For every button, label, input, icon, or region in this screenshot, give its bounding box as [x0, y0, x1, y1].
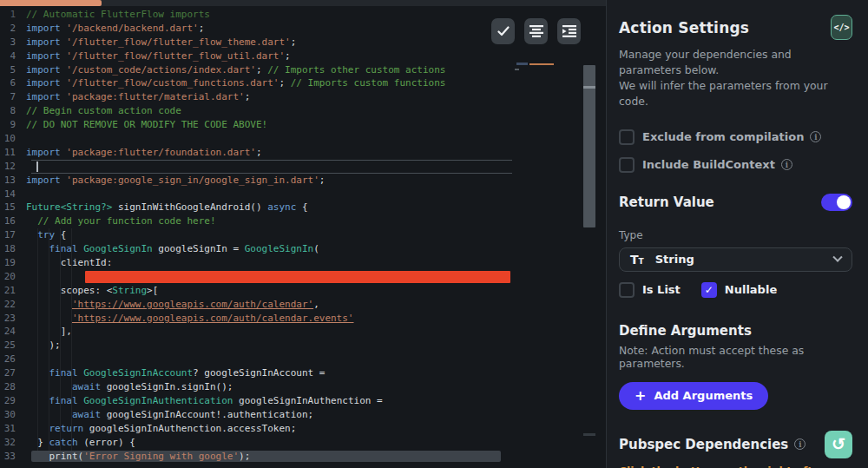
define-arguments-note: Note: Action must accept these as parame… — [619, 344, 852, 370]
add-arguments-button[interactable]: + Add Arguments — [619, 382, 768, 410]
line-number: 20 — [0, 270, 26, 284]
exclude-from-compilation-row: Exclude from compilation i — [619, 129, 852, 145]
info-icon[interactable]: i — [794, 438, 806, 450]
code-line[interactable]: 1// Automatic FlutterFlow imports — [0, 8, 512, 22]
line-number: 17 — [0, 228, 26, 242]
align-center-icon — [529, 25, 543, 37]
line-number: 19 — [0, 256, 26, 270]
editor-scrollbar-thumb[interactable] — [583, 65, 595, 227]
return-value-toggle[interactable] — [821, 194, 852, 211]
return-value-heading: Return Value — [619, 194, 714, 210]
code-line[interactable]: 10 — [0, 132, 512, 146]
code-line[interactable]: 13import 'package:google_sign_in/google_… — [0, 174, 512, 188]
info-icon[interactable]: i — [781, 159, 792, 170]
scrollbar-marker — [583, 86, 595, 89]
format-code-button[interactable] — [524, 18, 548, 44]
code-line[interactable]: 15Future<String?> signInWithGoogleAndroi… — [0, 201, 512, 214]
minimap-line — [516, 63, 528, 65]
code-line[interactable]: 26 — [0, 353, 512, 366]
line-number: 8 — [0, 104, 26, 118]
line-number: 33 — [0, 450, 26, 464]
code-line[interactable]: 25 ); — [0, 339, 512, 353]
line-number: 21 — [0, 284, 26, 298]
refresh-dependencies-button[interactable]: ↺ — [825, 431, 852, 458]
pubspec-dependencies-heading: Pubspec Dependencies — [619, 437, 788, 452]
code-editor: 1// Automatic FlutterFlow imports2import… — [0, 0, 606, 468]
line-number: 32 — [0, 436, 26, 450]
line-number: 22 — [0, 298, 26, 312]
action-settings-panel: Action Settings </> Manage your dependen… — [606, 0, 868, 468]
include-buildcontext-checkbox[interactable] — [619, 157, 635, 173]
line-number: 18 — [0, 242, 26, 256]
code-line[interactable]: 19 clientId: — [0, 256, 512, 270]
editor-toolbar — [491, 18, 581, 44]
editor-top-strip — [0, 0, 606, 6]
format-indent-icon — [562, 25, 576, 37]
code-line[interactable]: 5import '/custom_code/actions/index.dart… — [0, 63, 512, 77]
code-line[interactable]: 8// Begin custom action code — [0, 104, 512, 118]
line-number: 5 — [0, 63, 26, 77]
info-icon[interactable]: i — [810, 131, 821, 142]
exclude-from-compilation-checkbox[interactable] — [619, 129, 635, 145]
code-line[interactable]: 3import '/flutter_flow/flutter_flow_them… — [0, 36, 512, 49]
is-list-label: Is List — [642, 283, 681, 296]
code-line[interactable]: 18 final GoogleSignIn googleSignIn = Goo… — [0, 242, 512, 256]
code-line[interactable]: 11import 'package:flutter/foundation.dar… — [0, 146, 512, 160]
code-line[interactable]: 33 print('Error Signing with google'); — [0, 450, 512, 464]
code-line[interactable]: 23 'https://www.googleapis.com/auth/cale… — [0, 312, 512, 326]
line-number: 14 — [0, 188, 26, 201]
code-line[interactable]: 2import '/backend/backend.dart'; — [0, 22, 512, 36]
line-number: 15 — [0, 201, 26, 214]
code-line[interactable]: 9// DO NOT REMOVE OR MODIFY THE CODE ABO… — [0, 118, 512, 132]
code-line[interactable]: 6import '/flutter_flow/custom_functions.… — [0, 76, 512, 90]
line-number: 3 — [0, 36, 26, 49]
code-view-toggle-button[interactable]: </> — [831, 15, 852, 40]
code-line[interactable]: 16 // Add your function code here! — [0, 214, 512, 228]
line-number: 9 — [0, 118, 26, 132]
minimap[interactable] — [515, 62, 558, 72]
minimap-line — [515, 69, 519, 70]
code-line[interactable]: 14 — [0, 188, 512, 201]
code-line[interactable]: 22 'https://www.googleapis.com/auth/cale… — [0, 298, 512, 312]
code-line[interactable]: 30 await googleSignInAccount!.authentica… — [0, 408, 512, 422]
code-line[interactable]: 29 final GoogleSignInAuthentication goog… — [0, 394, 512, 408]
line-number: 2 — [0, 22, 26, 36]
line-number: 12 — [0, 160, 26, 174]
line-number: 11 — [0, 146, 26, 160]
code-line[interactable]: 17 try { — [0, 228, 512, 242]
code-line[interactable]: 12 — [0, 160, 512, 174]
compile-progress-bar — [0, 0, 102, 6]
code-line[interactable]: 27 final GoogleSignInAccount? googleSign… — [0, 366, 512, 380]
nullable-checkbox[interactable]: ✓ — [701, 282, 717, 298]
code-line[interactable]: 31 return googleSignInAuthenction.access… — [0, 422, 512, 436]
return-type-value: String — [655, 253, 694, 266]
line-number: 23 — [0, 312, 26, 326]
panel-description: We will infer the parameters from your c… — [619, 78, 852, 109]
indent-code-button[interactable] — [557, 18, 581, 44]
is-list-checkbox[interactable] — [619, 282, 635, 298]
line-number: 4 — [0, 49, 26, 63]
line-number: 7 — [0, 90, 26, 104]
line-number: 13 — [0, 174, 26, 188]
checkbox-label: Exclude from compilation — [642, 130, 804, 143]
confirm-code-button[interactable] — [491, 18, 515, 44]
code-line[interactable]: 4import '/flutter_flow/flutter_flow_util… — [0, 49, 512, 63]
include-buildcontext-row: Include BuildContext i — [619, 157, 852, 173]
type-label: Type — [619, 229, 852, 241]
code-lines: 1// Automatic FlutterFlow imports2import… — [0, 8, 512, 463]
return-type-dropdown[interactable]: TT String — [619, 247, 852, 272]
code-line[interactable]: 24 ], — [0, 325, 512, 339]
code-line[interactable]: 32 } catch (error) { — [0, 436, 512, 450]
line-number: 24 — [0, 325, 26, 339]
code-line[interactable]: 7import 'package:flutter/material.dart'; — [0, 90, 512, 104]
line-number: 27 — [0, 366, 26, 380]
line-number: 10 — [0, 132, 26, 146]
line-number: 31 — [0, 422, 26, 436]
redacted-client-id-block — [85, 271, 510, 282]
code-line[interactable]: 28 await googleSignIn.signIn(); — [0, 380, 512, 394]
return-type-flags: Is List ✓ Nullable — [619, 282, 852, 298]
code-line[interactable]: 20 — [0, 270, 512, 284]
flutterflow-custom-action-editor: 1// Automatic FlutterFlow imports2import… — [0, 0, 868, 468]
code-line[interactable]: 21 scopes: <String>[ — [0, 284, 512, 298]
panel-description: Manage your dependencies and parameters … — [619, 47, 852, 78]
